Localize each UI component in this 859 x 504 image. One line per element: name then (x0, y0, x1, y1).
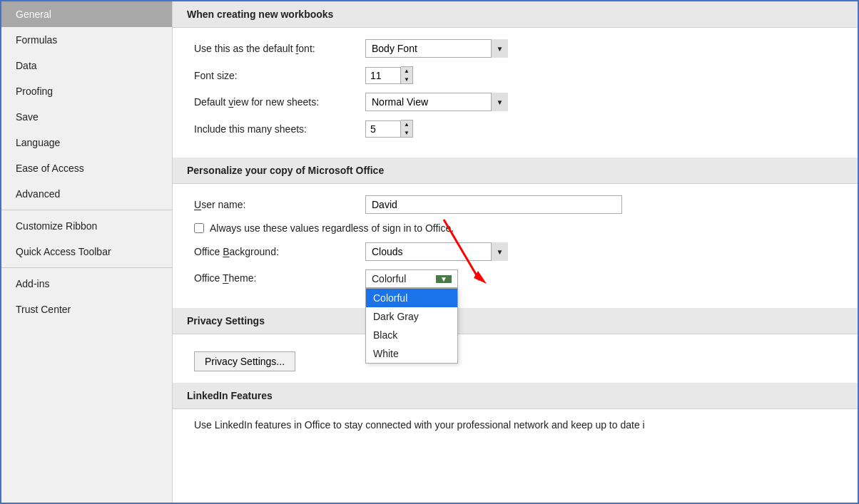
sidebar-item-data[interactable]: Data (1, 53, 172, 78)
font-row: Use this as the default font: Body Font … (194, 39, 836, 58)
theme-label: Office Theme: (194, 269, 365, 284)
fontsize-input[interactable] (365, 67, 401, 84)
fontsize-label: Font size: (194, 70, 365, 81)
sheets-up-arrow-icon[interactable]: ▲ (401, 120, 412, 129)
sidebar-item-proofing[interactable]: Proofing (1, 78, 172, 104)
theme-dropdown-list: Colorful Dark Gray Black White (365, 288, 458, 364)
sheets-row: Include this many sheets: ▲ ▼ (194, 120, 836, 138)
linkedin-header: LinkedIn Features (173, 383, 858, 409)
sheets-arrows: ▲ ▼ (401, 120, 413, 138)
theme-wrapper: Colorful ▼ Colorful Dark Gray Black Whit… (365, 269, 458, 288)
sidebar: General Formulas Data Proofing Save Lang… (1, 1, 173, 503)
fontsize-wrapper: ▲ ▼ (365, 66, 413, 84)
background-select-wrapper: Clouds No Background Circuit ▼ (365, 242, 508, 261)
sidebar-item-ease-of-access[interactable]: Ease of Access (1, 155, 172, 181)
sidebar-item-formulas[interactable]: Formulas (1, 27, 172, 53)
personalize-header: Personalize your copy of Microsoft Offic… (173, 158, 858, 184)
view-select[interactable]: Normal View Page Layout View Page Break … (365, 93, 508, 111)
view-select-wrapper: Normal View Page Layout View Page Break … (365, 93, 508, 111)
sidebar-item-add-ins[interactable]: Add-ins (1, 271, 172, 297)
font-select-wrapper: Body Font Calibri Arial ▼ (365, 39, 508, 58)
theme-select-display[interactable]: Colorful ▼ (365, 269, 458, 288)
font-select[interactable]: Body Font Calibri Arial (365, 39, 508, 58)
sheets-label: Include this many sheets: (194, 123, 365, 135)
view-label: Default view for new sheets: (194, 96, 365, 108)
main-content: When creating new workbooks Use this as … (173, 1, 858, 503)
theme-option-colorful[interactable]: Colorful (366, 289, 457, 307)
sheets-spinner-wrapper: ▲ ▼ (365, 120, 413, 138)
sidebar-item-customize-ribbon[interactable]: Customize Ribbon (1, 213, 172, 239)
sidebar-item-language[interactable]: Language (1, 130, 172, 155)
linkedin-description: Use LinkedIn features in Office to stay … (173, 409, 858, 441)
font-label: Use this as the default font: (194, 43, 365, 54)
privacy-body: Privacy Settings... (173, 334, 858, 383)
sidebar-item-quick-access-toolbar[interactable]: Quick Access Toolbar (1, 239, 172, 264)
checkbox-label: Always use these values regardless of si… (210, 222, 454, 234)
sidebar-item-trust-center[interactable]: Trust Center (1, 297, 172, 322)
privacy-settings-button[interactable]: Privacy Settings... (194, 351, 295, 371)
fontsize-up-arrow-icon[interactable]: ▲ (401, 67, 412, 76)
theme-row: Office Theme: Colorful ▼ Colorful Dark G… (194, 269, 836, 288)
sidebar-item-general[interactable]: General (1, 1, 172, 27)
personalize-body: User name: Always use these values regar… (173, 184, 858, 308)
username-row: User name: (194, 195, 836, 214)
new-workbooks-body: Use this as the default font: Body Font … (173, 28, 858, 158)
fontsize-arrows: ▲ ▼ (401, 66, 413, 84)
theme-dropdown-arrow-icon: ▼ (436, 275, 452, 283)
new-workbooks-header: When creating new workbooks (173, 1, 858, 28)
sheets-down-arrow-icon[interactable]: ▼ (401, 129, 412, 138)
sheets-input[interactable] (365, 120, 401, 138)
background-label: Office Background: (194, 246, 365, 257)
background-row: Office Background: Clouds No Background … (194, 242, 836, 261)
username-input[interactable] (365, 195, 622, 214)
fontsize-row: Font size: ▲ ▼ (194, 66, 836, 84)
sidebar-divider (1, 210, 172, 210)
username-label: User name: (194, 199, 365, 210)
theme-option-black[interactable]: Black (366, 326, 457, 344)
view-row: Default view for new sheets: Normal View… (194, 93, 836, 111)
svg-marker-1 (474, 271, 487, 284)
sidebar-item-save[interactable]: Save (1, 104, 172, 130)
theme-option-dark-gray[interactable]: Dark Gray (366, 307, 457, 326)
theme-option-white[interactable]: White (366, 344, 457, 363)
theme-current-value: Colorful (372, 273, 406, 284)
sidebar-divider-2 (1, 267, 172, 268)
sidebar-item-advanced[interactable]: Advanced (1, 181, 172, 207)
privacy-header: Privacy Settings (173, 308, 858, 334)
fontsize-down-arrow-icon[interactable]: ▼ (401, 76, 412, 84)
background-select[interactable]: Clouds No Background Circuit (365, 242, 508, 261)
always-use-checkbox[interactable] (194, 223, 204, 233)
checkbox-row: Always use these values regardless of si… (194, 222, 836, 234)
